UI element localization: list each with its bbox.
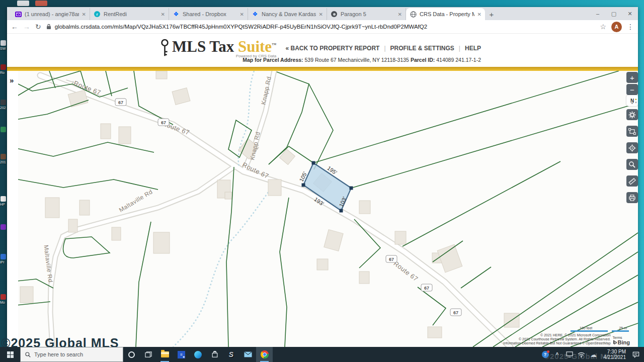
parcel-map-canvas[interactable]: 105'195'193'103'Route 67Route 67Route 67… (7, 71, 638, 347)
browser-tab-4[interactable]: ❖Nancy & Dave Kardash 539 Rout✕ (248, 8, 327, 20)
tab-close-icon[interactable]: ✕ (161, 12, 165, 17)
taskbar-task-view[interactable] (140, 347, 156, 362)
tab-title: CRS Data - Property Map for 539 (420, 11, 474, 17)
taskbar-store[interactable] (206, 347, 223, 362)
back-button[interactable]: ← (11, 23, 18, 31)
parcel-corner-marker[interactable] (350, 187, 353, 190)
key-icon (160, 39, 169, 60)
chrome-icon (261, 350, 269, 358)
map-zoom-out-button[interactable]: − (626, 84, 638, 95)
parcel-corner-marker[interactable] (312, 161, 315, 165)
desktop-icon-label: Ro (0, 71, 5, 74)
address-bar[interactable]: globalmls.crsdata.com/mls/Map/VQzJHa5X17… (46, 24, 595, 30)
route-shield-number: 67 (161, 120, 166, 125)
back-to-property-report-link[interactable]: « BACK TO PROPERTY REPORT (285, 45, 379, 52)
building-footprint (68, 219, 77, 232)
route-shield-number: 67 (389, 257, 394, 262)
taskbar-chrome[interactable] (256, 347, 273, 362)
terms-link[interactable]: Terms (613, 336, 622, 339)
desktop-icon-fragment[interactable] (1, 254, 6, 259)
taskbar-blue-app[interactable]: ≡★ (173, 347, 190, 362)
file-explorer-icon (161, 351, 169, 357)
building-footprint (395, 231, 406, 244)
menu-kebab-icon[interactable]: ⋮ (627, 23, 634, 31)
forward-button[interactable]: → (23, 23, 30, 31)
building-footprint (359, 201, 370, 214)
close-button[interactable]: ✕ (622, 7, 638, 20)
map-select-area-button[interactable] (626, 126, 638, 137)
map-locate-button[interactable] (626, 142, 638, 153)
tab-close-icon[interactable]: ✕ (398, 12, 402, 17)
tab-close-icon[interactable]: ✕ (240, 12, 244, 17)
map-search-button[interactable] (626, 159, 638, 170)
desktop-icon-fragment[interactable] (1, 154, 6, 159)
map-settings-button[interactable] (626, 109, 638, 120)
desktop-icon-fragment[interactable] (1, 40, 6, 46)
building-footprint (79, 200, 90, 215)
bookmark-star-icon[interactable]: ☆ (600, 23, 606, 31)
desktop-icon-fragment[interactable] (1, 64, 6, 70)
desktop-icon-label: 201 (0, 160, 6, 164)
tab-close-icon[interactable]: ✕ (82, 12, 86, 17)
map-compass-button[interactable]: N▲▼◂▸ (626, 95, 638, 106)
building-footprint (153, 232, 170, 253)
taskbar-cortana[interactable] (123, 347, 140, 362)
parcel-corner-marker[interactable] (340, 209, 343, 213)
desktop-icon-fragment[interactable] (1, 224, 6, 230)
tab-close-icon[interactable]: ✕ (477, 12, 481, 17)
map-zoom-in-button[interactable]: + (626, 72, 638, 83)
scale-metric-label: 25 m (619, 326, 627, 330)
browser-tab-3[interactable]: ❖Shared - Dropbox✕ (169, 8, 248, 20)
paragon-icon (331, 11, 338, 18)
profile-avatar[interactable]: A (611, 22, 622, 32)
new-tab-button[interactable]: + (485, 8, 498, 20)
tab-strip-tabs: (1 unread) - angie78aragon@ya✕rRentRedi✕… (11, 8, 485, 20)
rentredi-icon: r (94, 11, 101, 18)
maximize-button[interactable]: ▢ (606, 7, 622, 20)
map-print-button[interactable] (626, 192, 638, 203)
tab-title: Shared - Dropbox (183, 11, 237, 17)
tab-close-icon[interactable]: ✕ (319, 12, 323, 17)
taskbar-file-explorer[interactable] (156, 347, 173, 362)
map-attribution: © 2021 HERE, © 2021 Microsoft Corporatio… (503, 333, 630, 345)
building-footprint (112, 227, 121, 240)
parcel-corner-marker[interactable] (302, 184, 305, 187)
tab-title: Paragon 5 (341, 11, 395, 17)
route-shield-number: 67 (424, 286, 429, 291)
desktop-icon-fragment[interactable] (1, 196, 6, 202)
action-center-icon[interactable] (630, 347, 642, 362)
building-footprint (101, 124, 111, 139)
browser-toolbar: ← → ↻ globalmls.crsdata.com/mls/Map/VQzJ… (7, 20, 638, 34)
expand-panel-button[interactable]: » (10, 76, 14, 84)
taskbar-search-box[interactable]: Type here to search (20, 347, 123, 362)
reload-button[interactable]: ↻ (35, 23, 41, 31)
building-footprint (45, 198, 59, 218)
taskbar-mail[interactable] (239, 347, 256, 362)
browser-tab-2[interactable]: rRentRedi✕ (90, 8, 169, 20)
cortana-icon (128, 351, 135, 358)
bing-logo: Bing (613, 339, 630, 345)
map-measure-button[interactable] (626, 175, 638, 187)
blue-app-icon: ≡★ (178, 351, 185, 358)
search-placeholder: Type here to search (34, 351, 83, 357)
desktop-icon-fragment[interactable] (17, 1, 29, 6)
start-button[interactable] (0, 347, 20, 362)
browser-tab-1[interactable]: (1 unread) - angie78aragon@ya✕ (11, 8, 90, 20)
browser-tab-5[interactable]: Paragon 5✕ (327, 8, 406, 20)
map-area[interactable]: 105'195'193'103'Route 67Route 67Route 67… (7, 71, 638, 347)
building-footprint (225, 192, 232, 199)
url-text: globalmls.crsdata.com/mls/Map/VQzJHa5X17… (55, 24, 427, 30)
desktop-icon-fragment[interactable] (1, 294, 6, 300)
desktop-icon-fragment[interactable] (1, 127, 6, 132)
desktop-icon-fragment[interactable] (1, 100, 6, 105)
profile-settings-link[interactable]: PROFILE & SETTINGS (390, 45, 454, 52)
desktop-icon-fragment[interactable] (35, 1, 47, 6)
map-land (7, 71, 638, 347)
taskbar-edge[interactable] (190, 347, 206, 362)
tab-title: RentRedi (104, 11, 158, 17)
browser-tab-6[interactable]: CRS Data - Property Map for 539✕ (406, 8, 485, 20)
desktop-wallpaper: SWRo202201HPiPrMo (1 unread) - angie78ar… (0, 0, 644, 362)
help-link[interactable]: HELP (465, 45, 481, 52)
minimize-button[interactable]: – (590, 7, 606, 20)
taskbar-s-app[interactable]: S (223, 347, 239, 362)
